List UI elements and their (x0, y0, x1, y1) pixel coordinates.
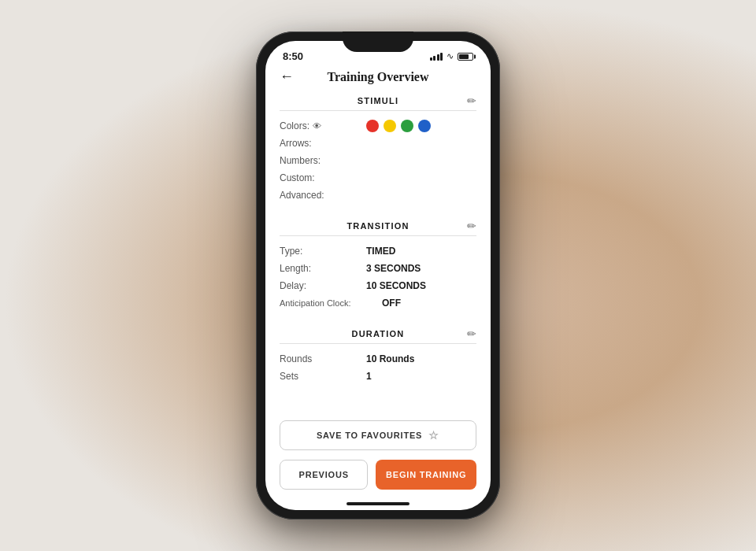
duration-title: DURATION (352, 329, 405, 338)
back-button[interactable]: ← (280, 68, 294, 85)
sets-value: 1 (366, 371, 372, 382)
save-favourites-button[interactable]: SAVE TO FAVOURITES ☆ (280, 420, 476, 450)
color-dot-blue (418, 120, 431, 132)
duration-section: DURATION ✏ Rounds 10 Rounds Sets 1 (280, 324, 476, 385)
transition-title: TRANSITION (346, 221, 409, 231)
scene: 8:50 ∿ ← Training Overvie (0, 0, 756, 551)
signal-icon (430, 53, 443, 61)
type-value: TIMED (366, 246, 395, 257)
length-row: Length: 3 SECONDS (280, 260, 476, 277)
advanced-row: Advanced: (280, 187, 476, 204)
stimuli-edit-icon[interactable]: ✏ (467, 94, 476, 107)
color-dots (366, 120, 431, 132)
rounds-row: Rounds 10 Rounds (280, 350, 476, 368)
transition-section: TRANSITION ✏ Type: TIMED Length: 3 SECON… (280, 216, 476, 312)
length-value: 3 SECONDS (366, 263, 421, 274)
stimuli-section: STIMULI ✏ Colors: 👁 (280, 91, 476, 204)
wifi-icon: ∿ (447, 51, 454, 61)
bottom-area: SAVE TO FAVOURITES ☆ PREVIOUS BEGIN TRAI… (265, 414, 491, 499)
phone-shell: 8:50 ∿ ← Training Overvie (256, 31, 500, 520)
sets-label: Sets (280, 371, 366, 382)
anticipation-label: Anticipation Clock: (280, 298, 382, 308)
color-dot-green (401, 120, 413, 132)
rounds-value: 10 Rounds (366, 353, 414, 364)
delay-label: Delay: (280, 280, 366, 291)
notch (343, 31, 413, 52)
arrows-row: Arrows: (280, 135, 476, 152)
numbers-row: Numbers: (280, 152, 476, 169)
delay-value: 10 SECONDS (366, 280, 426, 291)
anticipation-value: OFF (382, 298, 401, 309)
numbers-label: Numbers: (280, 155, 366, 166)
custom-label: Custom: (280, 172, 366, 183)
status-icons: ∿ (430, 51, 474, 61)
colors-label: Colors: 👁 (280, 120, 366, 131)
anticipation-row: Anticipation Clock: OFF (280, 294, 476, 312)
app-header: ← Training Overview (265, 65, 491, 91)
status-time: 8:50 (283, 50, 303, 62)
star-icon: ☆ (428, 429, 439, 442)
sets-row: Sets 1 (280, 368, 476, 385)
type-row: Type: TIMED (280, 242, 476, 260)
custom-row: Custom: (280, 169, 476, 187)
stimuli-title: STIMULI (358, 96, 398, 105)
duration-edit-icon[interactable]: ✏ (467, 327, 476, 340)
eye-icon: 👁 (313, 121, 321, 131)
length-label: Length: (280, 263, 366, 274)
rounds-label: Rounds (280, 353, 366, 364)
phone-screen: 8:50 ∿ ← Training Overvie (265, 41, 491, 510)
battery-icon (458, 53, 473, 61)
advanced-label: Advanced: (280, 190, 366, 201)
page-title: Training Overview (327, 70, 428, 84)
transition-edit-icon[interactable]: ✏ (467, 220, 476, 232)
begin-training-button[interactable]: BEGIN TRAINING (376, 460, 476, 490)
color-dot-yellow (384, 120, 396, 132)
home-indicator (346, 502, 410, 505)
previous-button[interactable]: PREVIOUS (280, 460, 368, 490)
type-label: Type: (280, 246, 366, 257)
delay-row: Delay: 10 SECONDS (280, 277, 476, 294)
transition-header: TRANSITION ✏ (280, 216, 476, 236)
color-dot-red (366, 120, 379, 132)
content-area: STIMULI ✏ Colors: 👁 (265, 91, 491, 414)
arrows-label: Arrows: (280, 138, 366, 149)
stimuli-header: STIMULI ✏ (280, 91, 476, 111)
colors-row: Colors: 👁 (280, 117, 476, 135)
duration-header: DURATION ✏ (280, 324, 476, 344)
action-buttons: PREVIOUS BEGIN TRAINING (280, 460, 476, 490)
